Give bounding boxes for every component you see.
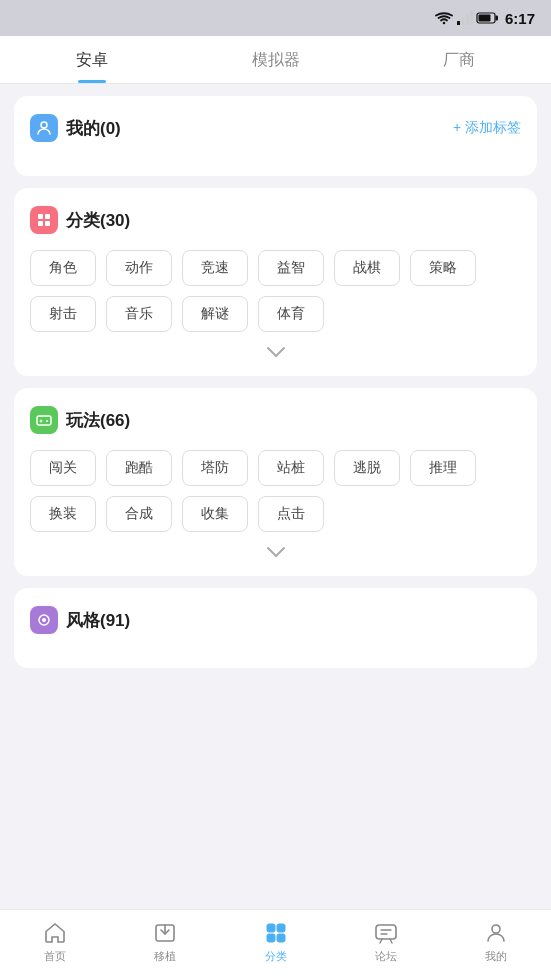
mine-icon — [30, 114, 58, 142]
nav-home-label: 首页 — [44, 949, 66, 964]
nav-category-label: 分类 — [265, 949, 287, 964]
svg-rect-12 — [37, 416, 51, 425]
tag-chip[interactable]: 竞速 — [182, 250, 248, 286]
nav-migrate-label: 移植 — [154, 949, 176, 964]
tag-chip[interactable]: 益智 — [258, 250, 324, 286]
svg-point-15 — [42, 618, 46, 622]
mine-card-header: 我的(0) + 添加标签 — [30, 114, 521, 142]
svg-rect-10 — [38, 221, 43, 226]
nav-category[interactable]: 分类 — [220, 920, 330, 964]
category-tags: 角色 动作 竞速 益智 战棋 策略 射击 音乐 解谜 体育 — [30, 250, 521, 332]
mine-nav-icon — [483, 920, 509, 946]
tab-android[interactable]: 安卓 — [0, 50, 184, 83]
tag-chip[interactable]: 跑酷 — [106, 450, 172, 486]
category-nav-icon — [263, 920, 289, 946]
svg-rect-19 — [277, 924, 285, 932]
tag-chip[interactable]: 体育 — [258, 296, 324, 332]
tab-vendor[interactable]: 厂商 — [367, 50, 551, 83]
tag-chip[interactable]: 塔防 — [182, 450, 248, 486]
nav-home[interactable]: 首页 — [0, 920, 110, 964]
tag-chip[interactable]: 解谜 — [182, 296, 248, 332]
tag-chip[interactable]: 动作 — [106, 250, 172, 286]
style-card: 风格(91) — [14, 588, 537, 668]
svg-rect-11 — [45, 221, 50, 226]
style-card-header: 风格(91) — [30, 606, 521, 634]
svg-rect-22 — [376, 925, 396, 939]
svg-rect-6 — [478, 15, 490, 22]
category-card-header: 分类(30) — [30, 206, 521, 234]
category-title-text: 分类(30) — [66, 209, 130, 232]
svg-rect-5 — [495, 16, 498, 21]
svg-point-13 — [46, 420, 48, 422]
nav-mine-label: 我的 — [485, 949, 507, 964]
tag-chip[interactable]: 策略 — [410, 250, 476, 286]
tag-chip[interactable]: 合成 — [106, 496, 172, 532]
tag-chip[interactable]: 点击 — [258, 496, 324, 532]
tag-chip[interactable]: 射击 — [30, 296, 96, 332]
gameplay-card-title: 玩法(66) — [30, 406, 130, 434]
mine-card-title: 我的(0) — [30, 114, 121, 142]
tag-chip[interactable]: 站桩 — [258, 450, 324, 486]
wifi-icon — [435, 11, 453, 25]
style-card-title: 风格(91) — [30, 606, 130, 634]
main-content: 我的(0) + 添加标签 分类(30) 角 — [0, 84, 551, 748]
tag-chip[interactable]: 音乐 — [106, 296, 172, 332]
category-card-title: 分类(30) — [30, 206, 130, 234]
forum-icon — [373, 920, 399, 946]
gameplay-card-header: 玩法(66) — [30, 406, 521, 434]
svg-rect-8 — [38, 214, 43, 219]
tag-chip[interactable]: 闯关 — [30, 450, 96, 486]
status-time: 6:17 — [505, 10, 535, 27]
svg-rect-2 — [466, 15, 469, 25]
status-icons — [435, 11, 499, 25]
home-icon — [42, 920, 68, 946]
nav-forum-label: 论坛 — [375, 949, 397, 964]
top-tabs: 安卓 模拟器 厂商 — [0, 36, 551, 84]
svg-rect-9 — [45, 214, 50, 219]
category-card: 分类(30) 角色 动作 竞速 益智 战棋 策略 射击 音乐 解谜 体育 — [14, 188, 537, 376]
category-icon — [30, 206, 58, 234]
gameplay-card: 玩法(66) 闯关 跑酷 塔防 站桩 逃脱 推理 换装 合成 收集 点击 — [14, 388, 537, 576]
svg-rect-18 — [267, 924, 275, 932]
nav-migrate[interactable]: 移植 — [110, 920, 220, 964]
add-tag-button[interactable]: + 添加标签 — [453, 119, 521, 137]
mine-card: 我的(0) + 添加标签 — [14, 96, 537, 176]
tab-emulator[interactable]: 模拟器 — [184, 50, 368, 83]
tag-chip[interactable]: 战棋 — [334, 250, 400, 286]
gameplay-tags: 闯关 跑酷 塔防 站桩 逃脱 推理 换装 合成 收集 点击 — [30, 450, 521, 532]
gameplay-icon — [30, 406, 58, 434]
style-title-text: 风格(91) — [66, 609, 130, 632]
migrate-icon — [152, 920, 178, 946]
style-icon — [30, 606, 58, 634]
battery-icon — [477, 12, 499, 24]
svg-rect-21 — [277, 934, 285, 942]
tag-chip[interactable]: 推理 — [410, 450, 476, 486]
tag-chip[interactable]: 角色 — [30, 250, 96, 286]
nav-forum[interactable]: 论坛 — [331, 920, 441, 964]
mine-title-text: 我的(0) — [66, 117, 121, 140]
bottom-nav: 首页 移植 分类 — [0, 909, 551, 979]
gameplay-expand-button[interactable] — [30, 546, 521, 558]
svg-point-7 — [41, 122, 47, 128]
nav-mine[interactable]: 我的 — [441, 920, 551, 964]
svg-rect-1 — [461, 18, 464, 25]
svg-point-23 — [492, 925, 500, 933]
svg-rect-0 — [457, 21, 460, 25]
svg-rect-20 — [267, 934, 275, 942]
signal-icon — [457, 11, 473, 25]
tag-chip[interactable]: 逃脱 — [334, 450, 400, 486]
tag-chip[interactable]: 换装 — [30, 496, 96, 532]
category-expand-button[interactable] — [30, 346, 521, 358]
status-bar: 6:17 — [0, 0, 551, 36]
tag-chip[interactable]: 收集 — [182, 496, 248, 532]
gameplay-title-text: 玩法(66) — [66, 409, 130, 432]
svg-rect-3 — [470, 11, 473, 25]
